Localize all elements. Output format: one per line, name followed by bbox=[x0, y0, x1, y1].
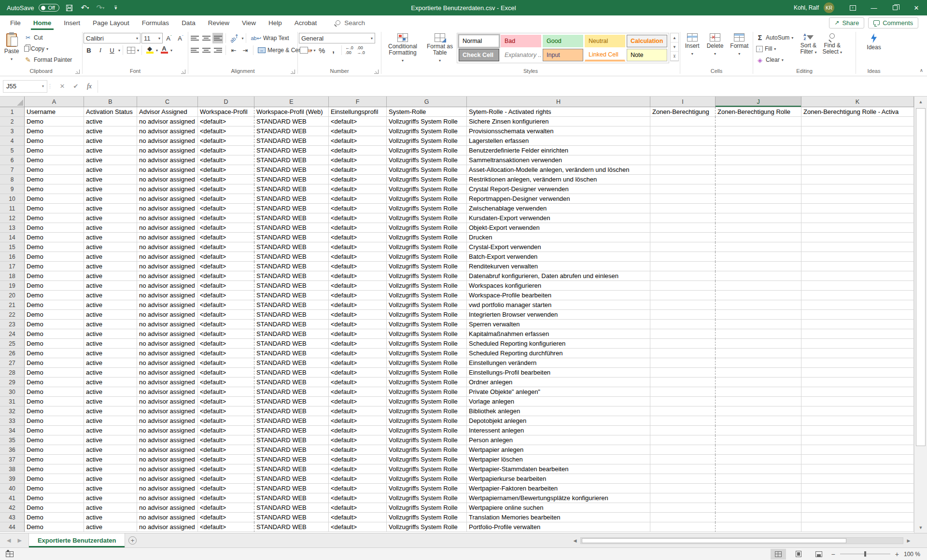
cell-D8[interactable]: <default> bbox=[198, 175, 254, 184]
new-sheet-button[interactable]: + bbox=[125, 533, 140, 547]
cell-J11[interactable] bbox=[716, 204, 801, 213]
cell-G19[interactable]: Vollzugriffs System Rolle bbox=[387, 281, 467, 291]
cell-I25[interactable] bbox=[650, 339, 716, 349]
cell-A8[interactable]: Demo bbox=[25, 175, 84, 184]
align-top-button[interactable] bbox=[189, 33, 200, 43]
cell-F17[interactable]: <default> bbox=[329, 262, 387, 271]
cell-I32[interactable] bbox=[650, 406, 716, 416]
cell-E18[interactable]: STANDARD WEB bbox=[254, 271, 329, 281]
cell-D26[interactable]: <default> bbox=[198, 349, 254, 358]
cell-F13[interactable]: <default> bbox=[329, 223, 387, 233]
cell-K9[interactable] bbox=[801, 184, 914, 194]
cell-J8[interactable] bbox=[716, 175, 801, 184]
cell-H32[interactable]: Bibliothek anlegen bbox=[467, 406, 650, 416]
cell-G9[interactable]: Vollzugriffs System Rolle bbox=[387, 184, 467, 194]
cell-B9[interactable]: active bbox=[84, 184, 137, 194]
font-size-select[interactable]: 11▾ bbox=[141, 33, 163, 43]
cell-I9[interactable] bbox=[650, 184, 716, 194]
cell-J32[interactable] bbox=[716, 406, 801, 416]
cell-C16[interactable]: no advisor assigned bbox=[137, 252, 198, 262]
cell-H6[interactable]: Sammeltransaktionen verwenden bbox=[467, 155, 650, 165]
cell-H30[interactable]: Private Objekte" anlegen" bbox=[467, 387, 650, 397]
cell-F32[interactable]: <default> bbox=[329, 406, 387, 416]
cell-B22[interactable]: active bbox=[84, 310, 137, 320]
normal-view-button[interactable] bbox=[771, 549, 786, 560]
decrease-decimal-button[interactable]: .00→.0 bbox=[356, 45, 366, 56]
cell-B18[interactable]: active bbox=[84, 271, 137, 281]
cell-K39[interactable] bbox=[801, 474, 914, 484]
ideas-button[interactable]: Ideas bbox=[863, 31, 885, 53]
row-header-37[interactable]: 37 bbox=[0, 455, 25, 464]
cell-B15[interactable]: active bbox=[84, 242, 137, 252]
cell-A44[interactable]: Demo bbox=[25, 522, 84, 532]
cell-K3[interactable] bbox=[801, 126, 914, 136]
cell-F42[interactable]: <default> bbox=[329, 503, 387, 513]
cell-E16[interactable]: STANDARD WEB bbox=[254, 252, 329, 262]
cell-F19[interactable]: <default> bbox=[329, 281, 387, 291]
cell-K16[interactable] bbox=[801, 252, 914, 262]
cell-F7[interactable]: <default> bbox=[329, 165, 387, 175]
cell-D39[interactable]: <default> bbox=[198, 474, 254, 484]
cell-E8[interactable]: STANDARD WEB bbox=[254, 175, 329, 184]
cell-F9[interactable]: <default> bbox=[329, 184, 387, 194]
paste-dropdown[interactable]: ▾ bbox=[11, 56, 13, 62]
cell-C4[interactable]: no advisor assigned bbox=[137, 136, 198, 146]
cell-G38[interactable]: Vollzugriffs System Rolle bbox=[387, 464, 467, 474]
row-header-20[interactable]: 20 bbox=[0, 291, 25, 300]
cell-D31[interactable]: <default> bbox=[198, 397, 254, 406]
cell-B2[interactable]: active bbox=[84, 117, 137, 126]
cell-B24[interactable]: active bbox=[84, 329, 137, 339]
number-format-select[interactable]: General▾ bbox=[299, 33, 375, 43]
cell-E24[interactable]: STANDARD WEB bbox=[254, 329, 329, 339]
cell-A15[interactable]: Demo bbox=[25, 242, 84, 252]
user-name[interactable]: Kohl, Ralf bbox=[794, 4, 819, 11]
cell-H34[interactable]: Interessent anlegen bbox=[467, 426, 650, 435]
cell-D23[interactable]: <default> bbox=[198, 320, 254, 329]
cell-A30[interactable]: Demo bbox=[25, 387, 84, 397]
cell-J36[interactable] bbox=[716, 445, 801, 455]
styles-more-button[interactable]: ⊻ bbox=[671, 52, 678, 61]
avatar[interactable]: KR bbox=[824, 2, 834, 13]
sheet-nav-right[interactable]: ▶ bbox=[17, 537, 21, 544]
cell-G37[interactable]: Vollzugriffs System Rolle bbox=[387, 455, 467, 464]
cell-F14[interactable]: <default> bbox=[329, 233, 387, 242]
cell-style-bad[interactable]: Bad bbox=[501, 35, 541, 47]
cell-G16[interactable]: Vollzugriffs System Rolle bbox=[387, 252, 467, 262]
cell-K5[interactable] bbox=[801, 146, 914, 155]
cell-A13[interactable]: Demo bbox=[25, 223, 84, 233]
cell-H43[interactable]: Translation Memories bearbeiten bbox=[467, 513, 650, 522]
cell-C41[interactable]: no advisor assigned bbox=[137, 493, 198, 503]
align-left-button[interactable] bbox=[189, 45, 200, 56]
cell-C19[interactable]: no advisor assigned bbox=[137, 281, 198, 291]
row-header-16[interactable]: 16 bbox=[0, 252, 25, 262]
cell-G35[interactable]: Vollzugriffs System Rolle bbox=[387, 435, 467, 445]
cell-D42[interactable]: <default> bbox=[198, 503, 254, 513]
insert-function-button[interactable]: fx bbox=[83, 80, 96, 93]
cell-G15[interactable]: Vollzugriffs System Rolle bbox=[387, 242, 467, 252]
cell-H1[interactable]: Sytem-Rolle - Activated rights bbox=[467, 107, 650, 117]
cell-F15[interactable]: <default> bbox=[329, 242, 387, 252]
cell-A19[interactable]: Demo bbox=[25, 281, 84, 291]
close-button[interactable]: ✕ bbox=[906, 0, 927, 15]
row-header-35[interactable]: 35 bbox=[0, 435, 25, 445]
cell-H44[interactable]: Portfolio-Profile verwalten bbox=[467, 522, 650, 532]
row-header-1[interactable]: 1 bbox=[0, 107, 25, 117]
accounting-format-dropdown[interactable]: ▾ bbox=[314, 48, 316, 53]
scroll-right-button[interactable]: ▶ bbox=[903, 536, 914, 545]
cell-A43[interactable]: Demo bbox=[25, 513, 84, 522]
cell-C26[interactable]: no advisor assigned bbox=[137, 349, 198, 358]
cell-J4[interactable] bbox=[716, 136, 801, 146]
cell-F27[interactable]: <default> bbox=[329, 358, 387, 368]
cell-F41[interactable]: <default> bbox=[329, 493, 387, 503]
cell-H17[interactable]: Renditekurven verwalten bbox=[467, 262, 650, 271]
comments-button[interactable]: Comments bbox=[868, 17, 918, 28]
cell-H20[interactable]: Workspace-Profile bearbeiten bbox=[467, 291, 650, 300]
cell-C30[interactable]: no advisor assigned bbox=[137, 387, 198, 397]
cell-E43[interactable]: STANDARD WEB bbox=[254, 513, 329, 522]
row-header-5[interactable]: 5 bbox=[0, 146, 25, 155]
cell-G23[interactable]: Vollzugriffs System Rolle bbox=[387, 320, 467, 329]
cell-F39[interactable]: <default> bbox=[329, 474, 387, 484]
sheet-tab[interactable]: Exportierte Benutzerdaten bbox=[28, 533, 126, 547]
cell-A25[interactable]: Demo bbox=[25, 339, 84, 349]
cell-A6[interactable]: Demo bbox=[25, 155, 84, 165]
